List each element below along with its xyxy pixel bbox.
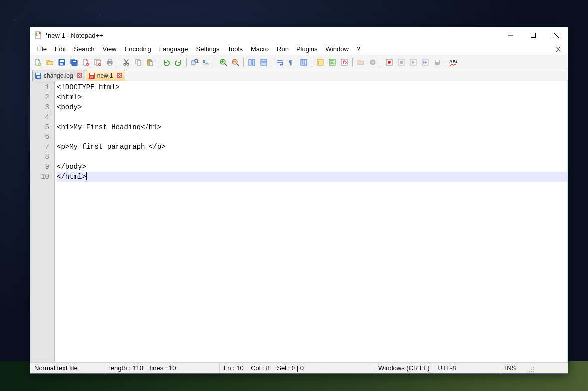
toolbar-separator [381, 58, 381, 67]
toolbar: ab¶LfxABC [30, 55, 568, 69]
toolbar-separator [215, 58, 215, 67]
save-icon[interactable] [56, 57, 67, 68]
close-all-icon[interactable] [92, 57, 103, 68]
status-insert-mode[interactable]: INS [501, 363, 526, 373]
tab-close-icon[interactable] [116, 72, 123, 79]
doc-map-icon[interactable] [327, 57, 338, 68]
code-line[interactable]: </body> [57, 162, 567, 172]
close-file-icon[interactable] [80, 57, 91, 68]
menu-file[interactable]: File [32, 44, 51, 54]
code-line[interactable]: <!DOCTYPE html> [57, 82, 567, 92]
play-macro-icon[interactable] [408, 57, 419, 68]
code-line[interactable]: <h1>My First Heading</h1> [57, 122, 567, 132]
saved-file-icon [35, 72, 42, 79]
code-line[interactable]: <body> [57, 102, 567, 112]
indent-guide-icon[interactable] [298, 57, 309, 68]
menu-run[interactable]: Run [273, 44, 293, 54]
show-all-chars-icon[interactable]: ¶ [287, 57, 297, 68]
redo-icon[interactable] [173, 57, 184, 68]
folder-icon[interactable] [355, 57, 366, 68]
svg-rect-20 [108, 59, 111, 61]
svg-line-35 [225, 64, 227, 66]
menu-search[interactable]: Search [70, 44, 98, 54]
menu-language[interactable]: Language [155, 44, 192, 54]
svg-point-73 [533, 367, 534, 368]
toolbar-separator [158, 58, 158, 67]
menu-view[interactable]: View [99, 44, 121, 54]
paste-icon[interactable] [145, 57, 155, 68]
svg-rect-66 [36, 73, 40, 75]
save-all-icon[interactable] [68, 57, 79, 68]
toolbar-separator [243, 58, 244, 67]
status-eol[interactable]: Windows (CR LF) [374, 363, 434, 373]
status-encoding[interactable]: UTF-8 [434, 363, 501, 373]
zoom-in-icon[interactable] [218, 57, 229, 68]
code-area[interactable]: <!DOCTYPE html><html><body><h1>My First … [55, 81, 567, 362]
record-macro-icon[interactable] [384, 57, 395, 68]
svg-point-75 [533, 371, 534, 372]
titlebar[interactable]: *new 1 - Notepad++ [30, 27, 568, 43]
minimize-button[interactable] [499, 27, 522, 43]
zoom-out-icon[interactable] [230, 57, 241, 68]
menu-[interactable]: ? [353, 44, 364, 54]
status-position: Ln : 10 Col : 8 Sel : 0 | 0 [220, 363, 374, 373]
line-number: 1 [31, 82, 54, 92]
find-icon[interactable] [189, 57, 200, 68]
code-line[interactable]: <html> [57, 92, 567, 102]
close-button[interactable] [545, 27, 568, 43]
menu-window[interactable]: Window [322, 44, 353, 54]
menu-macro[interactable]: Macro [247, 44, 273, 54]
func-list-icon[interactable]: fx [339, 57, 350, 68]
toolbar-separator [352, 58, 353, 67]
code-line[interactable] [57, 112, 567, 122]
sync-h-icon[interactable] [258, 57, 269, 68]
stop-macro-icon[interactable] [396, 57, 407, 68]
toolbar-separator [445, 58, 445, 67]
window-title: *new 1 - Notepad++ [45, 32, 103, 39]
resize-grip[interactable] [526, 363, 535, 373]
play-multi-icon[interactable] [420, 57, 431, 68]
svg-rect-59 [400, 61, 403, 64]
new-file-icon[interactable] [32, 57, 43, 68]
menu-plugins[interactable]: Plugins [293, 44, 322, 54]
menu-encoding[interactable]: Encoding [121, 44, 155, 54]
svg-point-77 [531, 371, 532, 372]
close-document-button[interactable]: X [551, 45, 566, 53]
cut-icon[interactable] [121, 57, 132, 68]
svg-point-55 [372, 61, 374, 63]
replace-icon[interactable]: ab [201, 57, 212, 68]
wrap-icon[interactable] [275, 57, 286, 68]
editor[interactable]: 12345678910 <!DOCTYPE html><html><body><… [30, 81, 568, 362]
svg-point-78 [529, 371, 530, 372]
undo-icon[interactable] [161, 57, 172, 68]
menu-tools[interactable]: Tools [224, 44, 247, 54]
svg-text:L: L [318, 60, 321, 65]
menu-settings[interactable]: Settings [192, 44, 224, 54]
print-icon[interactable] [104, 57, 115, 68]
line-number: 7 [31, 142, 54, 152]
copy-icon[interactable] [133, 57, 144, 68]
svg-rect-38 [249, 59, 251, 65]
spell-check-icon[interactable]: ABC [448, 57, 459, 68]
tab-close-icon[interactable] [76, 72, 83, 79]
toolbar-separator [272, 58, 272, 67]
udl-icon[interactable]: L [315, 57, 326, 68]
tab-change-log[interactable]: change.log [32, 70, 85, 81]
project-icon[interactable] [367, 57, 378, 68]
line-number: 3 [31, 102, 54, 112]
svg-rect-71 [90, 76, 93, 78]
svg-text:a: a [203, 59, 205, 64]
open-file-icon[interactable] [44, 57, 55, 68]
sync-v-icon[interactable] [246, 57, 257, 68]
maximize-button[interactable] [522, 27, 545, 43]
svg-rect-27 [148, 59, 151, 61]
code-line[interactable] [57, 152, 567, 162]
code-line[interactable]: </html> [57, 172, 567, 182]
tab-new-1[interactable]: new 1 [86, 70, 125, 81]
save-macro-icon[interactable] [432, 57, 442, 68]
app-icon [34, 31, 42, 39]
menu-edit[interactable]: Edit [51, 44, 70, 54]
code-line[interactable]: <p>My first paragraph.</p> [57, 142, 567, 152]
line-number: 5 [31, 122, 54, 132]
code-line[interactable] [57, 132, 567, 142]
